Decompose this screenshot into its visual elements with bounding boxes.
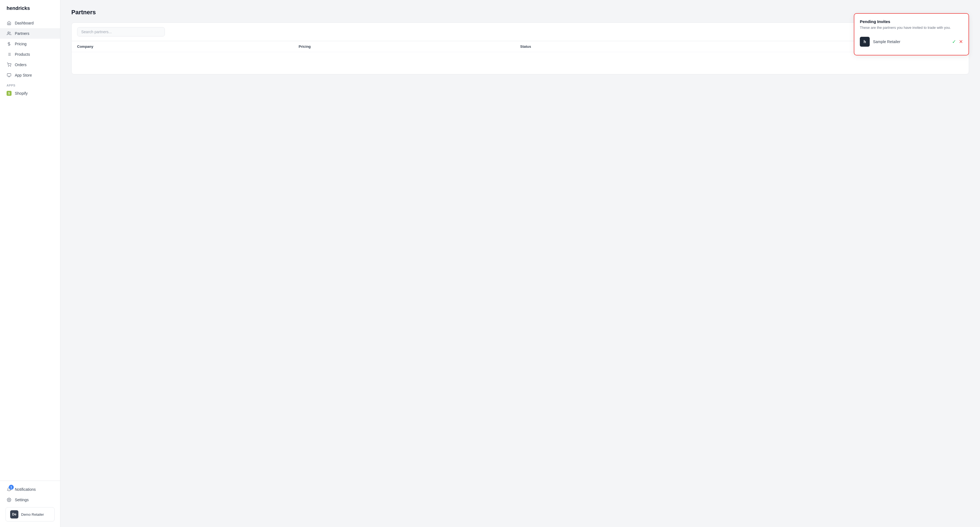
sidebar-item-settings[interactable]: Settings [0, 495, 60, 505]
sidebar-item-dashboard[interactable]: Dashboard [0, 18, 60, 28]
sidebar-nav: Dashboard Partners Pricing Products [0, 16, 60, 481]
column-header-status: Status [520, 45, 742, 49]
main-content: Partners + Invite Partner Company Pricin… [60, 0, 980, 527]
store-icon [6, 73, 11, 78]
user-name: Demo Retailer [21, 513, 44, 517]
cart-icon [6, 62, 11, 67]
partners-panel: + Invite Partner Company Pricing Status [72, 22, 969, 74]
sidebar-item-label-partners: Partners [15, 31, 29, 36]
page-title: Partners [72, 9, 969, 16]
notification-count: 1 [9, 485, 14, 490]
table-header: Company Pricing Status [72, 41, 969, 52]
column-header-pricing: Pricing [299, 45, 520, 49]
sidebar-item-label-orders: Orders [15, 62, 27, 67]
column-header-company: Company [77, 45, 299, 49]
sidebar-item-shopify[interactable]: S Shopify [0, 88, 60, 99]
table-body [72, 52, 969, 74]
gear-icon [6, 497, 11, 502]
pending-invites-description: These are the partners you have invited … [860, 25, 963, 30]
dollar-icon [6, 41, 11, 46]
pending-invites-card: Pending Invites These are the partners y… [854, 13, 969, 56]
sidebar-item-label-dashboard: Dashboard [15, 21, 34, 25]
svg-point-0 [8, 32, 9, 33]
reject-invite-button[interactable]: ✕ [959, 39, 963, 45]
app-logo: hendricks [0, 0, 60, 16]
user-profile[interactable]: De Demo Retailer [5, 507, 55, 522]
invite-avatar: h [860, 37, 870, 47]
home-icon [6, 21, 11, 25]
sidebar-item-pricing[interactable]: Pricing [0, 39, 60, 49]
invite-actions: ✓ ✕ [952, 39, 963, 45]
sidebar-item-partners[interactable]: Partners [0, 28, 60, 39]
sidebar-item-app-store[interactable]: App Store [0, 70, 60, 80]
accept-invite-button[interactable]: ✓ [952, 39, 956, 45]
shopify-icon: S [6, 91, 11, 96]
list-icon [6, 52, 11, 57]
apps-section-label: Apps [0, 80, 60, 88]
sidebar-bottom: 1 Notifications Settings De Demo Retaile… [0, 481, 60, 527]
invite-item: h Sample Retailer ✓ ✕ [860, 34, 963, 49]
sidebar-item-products[interactable]: Products [0, 49, 60, 60]
user-profile-wrapper: De Demo Retailer [0, 505, 60, 524]
sidebar-item-label-notifications: Notifications [15, 487, 36, 492]
sidebar-item-label-products: Products [15, 52, 30, 57]
sidebar-item-label-pricing: Pricing [15, 42, 27, 46]
sidebar-item-orders[interactable]: Orders [0, 60, 60, 70]
sidebar-item-label-shopify: Shopify [15, 91, 28, 96]
partners-toolbar: + Invite Partner [72, 23, 969, 41]
sidebar-item-label-settings: Settings [15, 498, 29, 502]
svg-rect-10 [7, 73, 11, 76]
sidebar-item-notifications[interactable]: 1 Notifications [0, 484, 60, 495]
svg-point-13 [8, 499, 10, 500]
sidebar-item-label-app-store: App Store [15, 73, 32, 77]
users-icon [6, 31, 11, 36]
sidebar: hendricks Dashboard Partners Pricing [0, 0, 60, 527]
svg-point-9 [10, 66, 11, 67]
pending-invites-title: Pending Invites [860, 19, 963, 24]
search-input[interactable] [77, 27, 165, 37]
avatar: De [10, 510, 18, 519]
invite-name: Sample Retailer [873, 40, 949, 44]
bell-icon: 1 [6, 487, 11, 492]
